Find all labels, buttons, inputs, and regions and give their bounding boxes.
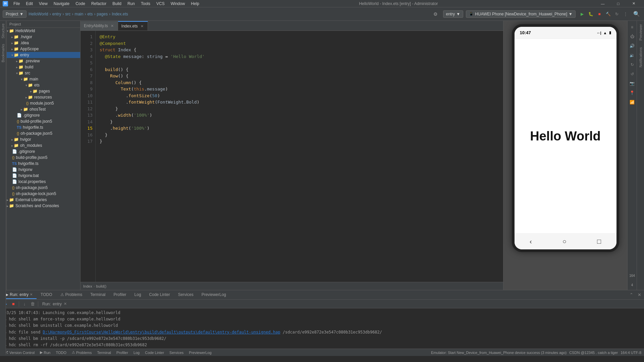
tree-item-ets[interactable]: ▾📁ets [7,82,80,88]
tree-item-module_json5[interactable]: {}module.json5 [7,100,80,106]
menu-view[interactable]: View [36,1,50,7]
phone-home-btn[interactable]: ○ [562,238,567,245]
volume-up-icon[interactable]: 🔊 [629,42,636,50]
tree-item-hvigorfile_root[interactable]: TShvigorfile.ts [7,161,80,167]
volume-down-icon[interactable]: 🔉 [629,52,636,59]
tab-entry-ability[interactable]: EntryAbility.ts ✕ [80,21,118,31]
tab-index-ets-close[interactable]: ✕ [140,24,144,29]
close-button[interactable]: ✕ [626,0,641,7]
tree-item-main[interactable]: ▾📁main [7,76,80,82]
bc-pages[interactable]: pages [97,12,108,16]
status-terminal[interactable]: Terminal [96,351,112,355]
tree-item-src[interactable]: ▾📁src [7,70,80,76]
tree-item-oh_modules[interactable]: ▸📁oh_modules [7,142,80,148]
debug-button[interactable]: 🐛 [587,10,594,18]
bookmarks-label[interactable]: Bookmarks [0,41,6,65]
clear-log-icon[interactable]: 🗑 [29,301,36,307]
menu-vcs[interactable]: VCS [154,1,167,7]
search-everywhere-icon[interactable]: 🔍 [632,9,641,19]
bottom-tab-terminal[interactable]: Terminal [86,291,109,299]
menu-run[interactable]: Run [125,1,138,7]
bc-helloworld[interactable]: HelloWorld [29,12,48,16]
status-codelinter[interactable]: Code Linter [144,351,165,355]
tree-item-oh_package_root[interactable]: {}oh-package.json5 [7,185,80,191]
bc-ets[interactable]: ets [87,12,93,16]
bc-src[interactable]: src [65,12,70,16]
status-log[interactable]: Log [132,351,141,355]
tree-item-hvigorfile_ts[interactable]: TShvigorfile.ts [7,124,80,130]
tree-item-hvigor_root[interactable]: ▸📁hvigor [7,136,80,142]
structure-label[interactable]: Structure [0,21,6,41]
menu-tools[interactable]: Tools [138,1,153,7]
phone-recent-btn[interactable]: □ [597,238,601,245]
menu-code[interactable]: Code [73,1,88,7]
tree-item-hvigorw[interactable]: 📄hvigorw [7,167,80,173]
tree-item-ohostest[interactable]: ▸📁ohosTest [7,106,80,112]
tree-item-resources[interactable]: ▸📁resources [7,94,80,100]
tree-item-external_libs[interactable]: ▸📁External Libraries [7,197,80,203]
tree-item-idea[interactable]: ▸📁.idea [7,40,80,46]
power-icon[interactable]: ⏻ [629,33,636,40]
tree-item-scratches[interactable]: ▸📁Scratches and Consoles [7,203,80,209]
menu-file[interactable]: File [11,1,22,7]
bottom-tab-todo[interactable]: TODO [37,291,56,299]
phone-back-btn[interactable]: ‹ [530,238,532,245]
collapse-panel-icon[interactable]: ⌃ [628,292,635,298]
config-selector[interactable]: entry ▼ [443,10,464,18]
previewer-tab[interactable]: Previewer [637,21,644,44]
close-panel-icon[interactable]: ✕ [636,292,643,298]
run-close-icon[interactable]: ✕ [30,293,33,296]
tree-item-oh_package_json5[interactable]: {}oh-package.json5 [7,130,80,136]
device-selector[interactable]: 📱 HUAWEI Phone [NewDevice_from_Huawei_Ph… [466,10,576,18]
bc-entry[interactable]: entry [52,12,61,16]
tree-item-gitignore_root[interactable]: 📄.gitignore [7,148,80,155]
more-button[interactable]: ⋮ [622,10,629,18]
status-run[interactable]: ▶ Run [39,350,52,355]
minimize-button[interactable]: — [595,0,610,7]
scroll-to-end-icon[interactable]: ↓ [21,301,28,307]
wifi-strip-icon[interactable]: 📶 [629,99,636,106]
status-todo[interactable]: TODO [54,351,68,355]
rotate-back-icon[interactable]: ↺ [629,70,636,78]
bc-main[interactable]: main [74,12,83,16]
tab-entry-ability-close[interactable]: ✕ [110,23,114,28]
menu-help[interactable]: Help [188,1,202,7]
bottom-tab-problems[interactable]: ⚠ Problems [56,291,87,299]
tree-item-build_profile_root[interactable]: {}build-profile.json5 [7,155,80,161]
tree-item-pages[interactable]: ▸📁pages [7,88,80,94]
rotate-icon[interactable]: ↻ [629,61,636,68]
tab-index-ets[interactable]: Index.ets ✕ [118,21,148,31]
camera-icon[interactable]: 📷 [629,80,636,87]
tree-item-hvigorw_bat[interactable]: 📄hvigorw.bat [7,173,80,179]
tree-item-local_properties[interactable]: 📄local.properties [7,179,80,185]
status-version-control[interactable]: ⎇ Version Control [3,350,36,355]
code-editor[interactable]: @Entry @Component struct Index { @State … [96,31,503,282]
menu-window[interactable]: Window [168,1,188,7]
location-icon[interactable]: 📍 [629,89,636,97]
settings-icon[interactable]: ⚙ [431,9,440,19]
hap-file-link[interactable]: D:\HarmonyOS_FirstCourse\HelloWorld\entr… [43,330,280,335]
sync-button[interactable]: ↻ [613,10,621,18]
tree-item-build_profile_json5[interactable]: {}build-profile.json5 [7,118,80,124]
status-services[interactable]: Services [168,351,185,355]
status-previewerlog[interactable]: PreviewerLog [187,351,213,355]
stop-button[interactable]: ■ [596,10,603,18]
status-problems[interactable]: ⚠ Problems [70,350,93,355]
menu-edit[interactable]: Edit [23,1,36,7]
tree-item-oh_package_lock[interactable]: {}oh-package-lock.json5 [7,191,80,197]
status-profiler[interactable]: Profiler [115,351,129,355]
menu-build[interactable]: Build [110,1,124,7]
tree-item-helloworld[interactable]: ▾📁HelloWorld [7,28,80,34]
stop-run-icon[interactable]: ■ [10,301,17,307]
bottom-tab-previewerlog[interactable]: PreviewerLog [198,291,230,299]
bottom-tab-services[interactable]: Services [174,291,198,299]
tree-item-hvigor[interactable]: ▸📁.hvigor [7,34,80,40]
bc-index-ets[interactable]: Index.ets [112,12,128,16]
bottom-tab-profiler[interactable]: Profiler [110,291,130,299]
bottom-tab-codelinter[interactable]: Code Linter [145,291,174,299]
tree-item-build_entry[interactable]: ▸📁build [7,64,80,70]
run-button[interactable]: ▶ [578,10,586,18]
project-selector[interactable]: Project ▼ [3,10,26,18]
bottom-tab-log[interactable]: Log [130,291,145,299]
build-button[interactable]: 🔨 [604,10,612,18]
